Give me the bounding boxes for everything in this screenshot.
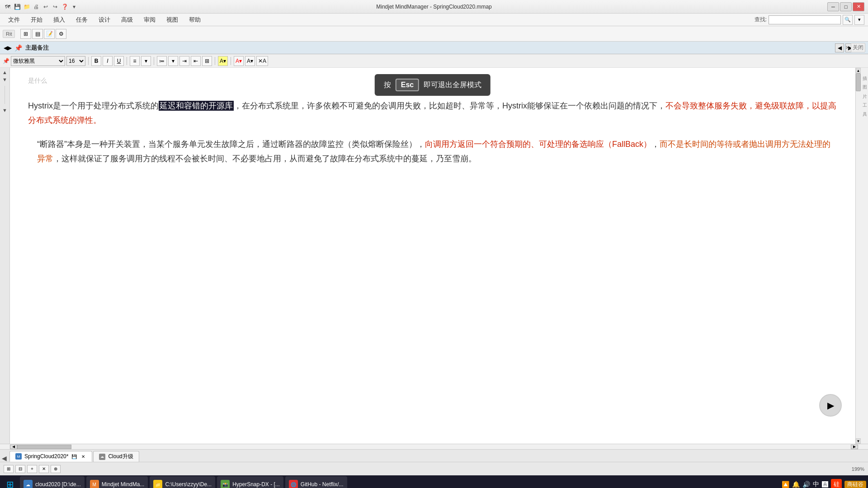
search-label: 查找: bbox=[755, 16, 767, 23]
list-outdent-button[interactable]: ⇤ bbox=[191, 56, 201, 66]
search-options-button[interactable]: ▾ bbox=[854, 15, 864, 25]
menu-review[interactable]: 审阅 bbox=[139, 15, 160, 25]
systray-ime[interactable]: 中 bbox=[813, 480, 819, 488]
help-icon[interactable]: ❓ bbox=[61, 3, 69, 11]
minimize-button[interactable]: ─ bbox=[827, 2, 839, 11]
menu-start[interactable]: 开始 bbox=[26, 15, 47, 25]
systray-ime2[interactable]: 🅰 bbox=[822, 481, 828, 488]
ribbon-btn-2[interactable]: ▤ bbox=[32, 29, 43, 39]
scroll-right-arrow[interactable]: ▶ bbox=[851, 445, 858, 449]
close-x-icon[interactable]: ✕ bbox=[845, 45, 849, 51]
tab-cloud-upgrade[interactable]: ☁ Cloud升级 bbox=[93, 451, 139, 462]
menu-design[interactable]: 设计 bbox=[94, 15, 115, 25]
underline-button[interactable]: U bbox=[114, 56, 124, 66]
bold-button[interactable]: B bbox=[91, 56, 101, 66]
open-icon[interactable]: 📁 bbox=[23, 3, 31, 11]
window-title: Mindjet MindManager - SpringCloud2020.mm… bbox=[376, 4, 491, 10]
list-button-1[interactable]: ≔ bbox=[157, 56, 167, 66]
close-panel-button[interactable]: 关闭 bbox=[851, 43, 865, 52]
horizontal-scrollbar[interactable]: ◀ ▶ bbox=[0, 444, 868, 449]
font-color-button[interactable]: A▾ bbox=[234, 56, 244, 66]
undo-icon[interactable]: ↩ bbox=[42, 3, 50, 11]
play-button[interactable]: ▶ bbox=[819, 394, 842, 417]
list-indent-button[interactable]: ⇥ bbox=[179, 56, 189, 66]
collapse-down-button[interactable]: ▼ bbox=[2, 77, 7, 82]
h-scroll-thumb[interactable] bbox=[17, 445, 71, 449]
status-bar: ⊞ ⊟ + ✕ ⊕ 199% bbox=[0, 462, 868, 475]
taskbar-item-github[interactable]: 🌐 GitHub - Netflix/... bbox=[285, 476, 347, 488]
highlight-button[interactable]: A▾ bbox=[218, 56, 228, 66]
close-area: ✕ 关闭 bbox=[845, 43, 865, 52]
collapse-up-button[interactable]: ▲ bbox=[2, 70, 7, 75]
para2-red1: 向调用方返回一个符合预期的、可处理的备选响应（FallBack） bbox=[425, 140, 651, 149]
font-select[interactable]: 微软雅黑 bbox=[11, 56, 65, 66]
notes-toggle-button[interactable]: ◀▶ bbox=[4, 44, 12, 52]
list-button-2[interactable]: ▾ bbox=[168, 56, 178, 66]
save-icon[interactable]: 💾 bbox=[13, 3, 21, 11]
formatting-toolbar: 📌 微软雅黑 16 B I U ≡ ▾ ≔ ▾ ⇥ ⇤ ⊞ A▾ A▾ A▾ ✕… bbox=[0, 54, 868, 68]
maximize-button[interactable]: □ bbox=[840, 2, 852, 11]
taskbar-item-hypersnap[interactable]: 📸 HyperSnap-DX - [... bbox=[217, 476, 283, 488]
taskbar: ⊞ ☁ cloud2020 [D:\de... M Mindjet MindMa… bbox=[0, 475, 868, 488]
scroll-down-arrow[interactable]: ▼ bbox=[856, 438, 861, 444]
tab-close-1[interactable]: ✕ bbox=[80, 453, 86, 460]
align-center-button[interactable]: ▾ bbox=[141, 56, 151, 66]
redo-icon[interactable]: ↪ bbox=[51, 3, 59, 11]
vertical-scrollbar[interactable]: ▲ ▼ bbox=[855, 68, 861, 444]
ribbon-btn-1[interactable]: ⊞ bbox=[20, 29, 31, 39]
content-area[interactable]: 按 Esc 即可退出全屏模式 是什么 Hystrix是一个用于处理分布式系统的延… bbox=[10, 68, 855, 444]
title-bar-left: 🗺 💾 📁 🖨 ↩ ↪ ❓ ▾ bbox=[4, 3, 78, 11]
scroll-track[interactable] bbox=[856, 73, 861, 438]
search-button[interactable]: 🔍 bbox=[843, 15, 853, 25]
taskbar-item-mindjet[interactable]: M Mindjet MindMa... bbox=[86, 476, 148, 488]
notes-panel-header: ◀▶ 📌 主题备注 ◀ ▶ ✕ 关闭 bbox=[0, 42, 868, 54]
taskbar-item-explorer[interactable]: 📁 C:\Users\zzyy\De... bbox=[150, 476, 215, 488]
status-filter-button[interactable]: ⊟ bbox=[15, 465, 25, 473]
h-scroll-track[interactable] bbox=[17, 445, 851, 449]
ribbon-btn-4[interactable]: ⚙ bbox=[56, 29, 66, 39]
status-grid-button[interactable]: ⊞ bbox=[4, 465, 14, 473]
thumbtack-icon: 📌 bbox=[14, 44, 22, 52]
status-add-button[interactable]: + bbox=[27, 465, 37, 473]
expand-button[interactable]: ▼ bbox=[2, 108, 7, 113]
tab-scroll-left[interactable]: ◀ bbox=[2, 455, 7, 462]
scroll-thumb[interactable] bbox=[856, 73, 861, 91]
list-button-3[interactable]: ⊞ bbox=[202, 56, 212, 66]
menu-file[interactable]: 文件 bbox=[4, 15, 24, 25]
taskbar-icon-github: 🌐 bbox=[289, 480, 298, 488]
print-icon[interactable]: 🖨 bbox=[32, 3, 40, 11]
menu-help[interactable]: 帮助 bbox=[184, 15, 205, 25]
menu-advanced[interactable]: 高级 bbox=[117, 15, 137, 25]
font-color-2-button[interactable]: A▾ bbox=[245, 56, 255, 66]
menu-task[interactable]: 任务 bbox=[71, 15, 92, 25]
scroll-left-arrow[interactable]: ◀ bbox=[10, 445, 17, 449]
taskbar-item-cloud2020[interactable]: ☁ cloud2020 [D:\de... bbox=[20, 476, 85, 488]
nav-prev-button[interactable]: ◀ bbox=[835, 43, 844, 52]
clear-format-button[interactable]: ✕A bbox=[256, 56, 268, 66]
windows-logo: ⊞ bbox=[6, 479, 14, 488]
taskbar-label-cloud2020: cloud2020 [D:\de... bbox=[35, 481, 81, 488]
scroll-up-arrow[interactable]: ▲ bbox=[856, 68, 861, 73]
taskbar-icon-hypersnap: 📸 bbox=[221, 480, 230, 488]
systray-guigu[interactable]: 硅 bbox=[831, 479, 842, 488]
systray-notification[interactable]: 🔔 bbox=[792, 481, 800, 488]
close-button[interactable]: ✕ bbox=[853, 2, 864, 11]
status-expand-button[interactable]: ⊕ bbox=[51, 465, 61, 473]
tab-save-icon-1[interactable]: 💾 bbox=[71, 453, 77, 460]
para1-middle: ，在分布式系统里，许多依赖不可避免的会调用失败，比如超时、异常等，Hystrix… bbox=[234, 101, 665, 110]
systray-volume[interactable]: 🔊 bbox=[802, 481, 810, 488]
search-input[interactable] bbox=[769, 15, 841, 24]
start-button[interactable]: ⊞ bbox=[2, 476, 18, 488]
dropdown-icon[interactable]: ▾ bbox=[70, 3, 78, 11]
tab-springcloud2020[interactable]: M SpringCloud2020* 💾 ✕ bbox=[9, 451, 92, 462]
menu-view[interactable]: 视图 bbox=[162, 15, 183, 25]
font-size-select[interactable]: 16 bbox=[66, 56, 85, 66]
status-right: 199% bbox=[852, 466, 864, 472]
systray-chevron[interactable]: 🔼 bbox=[782, 481, 789, 488]
taskbar-ime-label[interactable]: 商硅谷 bbox=[844, 481, 866, 488]
italic-button[interactable]: I bbox=[103, 56, 113, 66]
menu-insert[interactable]: 插入 bbox=[49, 15, 70, 25]
ribbon-btn-3[interactable]: 📝 bbox=[44, 29, 55, 39]
align-left-button[interactable]: ≡ bbox=[130, 56, 140, 66]
status-remove-button[interactable]: ✕ bbox=[39, 465, 49, 473]
